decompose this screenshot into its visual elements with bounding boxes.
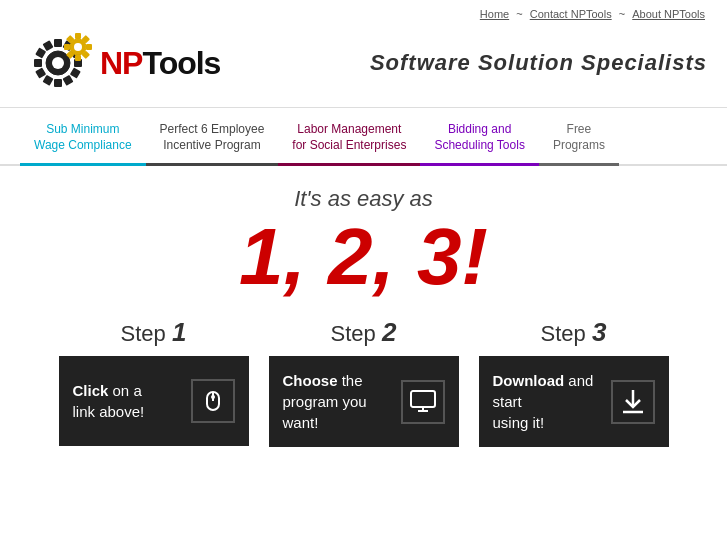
svg-rect-11 [34,59,42,67]
nav-item-perfect6[interactable]: Perfect 6 EmployeeIncentive Program [146,116,279,166]
svg-point-1 [52,57,64,69]
nav-item-sub-minimum[interactable]: Sub MinimumWage Compliance [20,116,146,166]
svg-rect-27 [411,391,435,407]
svg-rect-20 [75,55,81,61]
easy-text: It's as easy as [20,186,707,212]
step-3-num: 3 [592,317,606,347]
monitor-icon [401,380,445,424]
step-2-box: Choose theprogram youwant! [269,356,459,447]
svg-rect-9 [43,75,54,86]
logo-tools: Tools [142,45,220,81]
step-3-text: Download and startusing it! [493,370,601,433]
svg-point-26 [211,395,215,399]
download-icon [611,380,655,424]
svg-rect-13 [43,40,54,51]
about-link[interactable]: About NPTools [632,8,705,20]
svg-rect-22 [64,44,70,50]
steps-row: Step 1 Click on alink above! Step 2 [20,317,707,447]
step-3-col: Step 3 Download and startusing it! [479,317,669,447]
svg-rect-12 [35,48,46,59]
nav-bar: Sub MinimumWage Compliance Perfect 6 Emp… [0,108,727,166]
logo-gears-icon [20,29,100,97]
step-2-label: Step 2 [331,317,397,348]
svg-rect-10 [35,68,46,79]
step-1-box: Click on alink above! [59,356,249,446]
contact-link[interactable]: Contact NPTools [530,8,612,20]
step-1-label: Step 1 [121,317,187,348]
main-content: It's as easy as 1, 2, 3! Step 1 Click on… [0,166,727,467]
step-3-box: Download and startusing it! [479,356,669,447]
sep1: ~ [516,8,522,20]
mouse-icon [191,379,235,423]
svg-rect-2 [54,39,62,47]
top-nav: Home ~ Contact NPTools ~ About NPTools [0,0,727,24]
sep2: ~ [619,8,625,20]
step-3-label: Step 3 [541,317,607,348]
step-1-col: Step 1 Click on alink above! [59,317,249,447]
svg-point-15 [74,43,82,51]
home-link[interactable]: Home [480,8,509,20]
header: NPTools Software Solution Specialists [0,24,727,108]
logo-text: NPTools [100,45,220,82]
step-2-num: 2 [382,317,396,347]
step-2-col: Step 2 Choose theprogram youwant! [269,317,459,447]
nav-item-labor-mgmt[interactable]: Labor Managementfor Social Enterprises [278,116,420,166]
tagline: Software Solution Specialists [370,50,707,76]
logo-area: NPTools [20,29,220,97]
logo-np: NP [100,45,142,81]
svg-rect-8 [54,79,62,87]
logo-text-area: NPTools [100,45,220,82]
svg-rect-16 [75,33,81,39]
step-2-text: Choose theprogram youwant! [283,370,391,433]
svg-rect-18 [86,44,92,50]
step-1-text: Click on alink above! [73,380,181,422]
svg-rect-7 [63,75,74,86]
nav-item-bidding[interactable]: Bidding andScheduling Tools [420,116,539,166]
nav-item-free[interactable]: FreePrograms [539,116,619,166]
step-1-num: 1 [172,317,186,347]
svg-rect-6 [70,68,81,79]
numbers-display: 1, 2, 3! [20,217,707,297]
